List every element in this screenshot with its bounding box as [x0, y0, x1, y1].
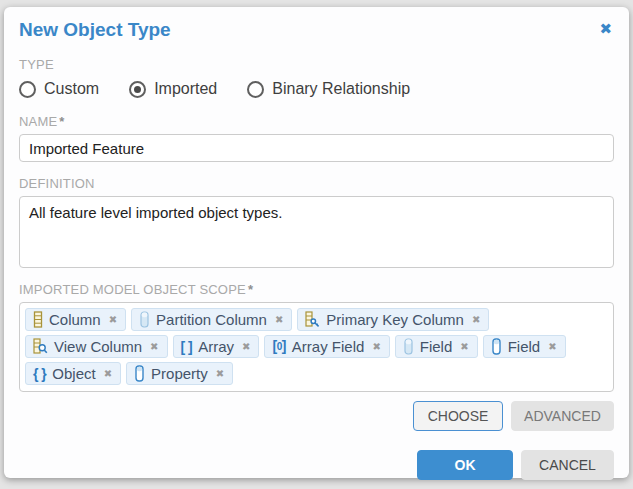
- tag-remove-icon[interactable]: ✖: [275, 314, 283, 325]
- scope-actions: CHOOSE ADVANCED: [19, 401, 614, 431]
- tag-remove-icon[interactable]: ✖: [460, 341, 468, 352]
- name-label: NAME*: [19, 114, 614, 130]
- required-marker: *: [248, 282, 253, 297]
- advanced-button[interactable]: ADVANCED: [511, 401, 614, 431]
- scope-label: IMPORTED MODEL OBJECT SCOPE*: [19, 282, 614, 298]
- type-radio-group: Custom Imported Binary Relationship: [19, 78, 614, 100]
- dialog-header: New Object Type ✖: [19, 19, 614, 43]
- scope-tag: [ ] Array ✖: [173, 335, 260, 358]
- dialog-title: New Object Type: [19, 19, 171, 41]
- radio-option-binary-relationship[interactable]: Binary Relationship: [247, 80, 410, 98]
- property-icon: [134, 365, 145, 382]
- scope-tag: [0] Array Field ✖: [264, 335, 389, 358]
- tag-remove-icon[interactable]: ✖: [109, 314, 117, 325]
- radio-button-icon[interactable]: [247, 81, 264, 98]
- tag-remove-icon[interactable]: ✖: [548, 341, 556, 352]
- tag-remove-icon[interactable]: ✖: [372, 341, 380, 352]
- tag-remove-icon[interactable]: ✖: [242, 341, 250, 352]
- scope-field[interactable]: Column ✖ Partition Column ✖ Primary Key …: [19, 302, 614, 392]
- required-marker: *: [59, 114, 64, 129]
- radio-button-icon[interactable]: [19, 81, 36, 98]
- definition-label: DEFINITION: [19, 176, 614, 192]
- scope-tag: Primary Key Column ✖: [297, 308, 489, 331]
- array-icon: [ ]: [181, 340, 193, 354]
- primary-key-column-icon: [305, 311, 320, 328]
- close-icon[interactable]: ✖: [597, 19, 614, 39]
- tag-remove-icon[interactable]: ✖: [472, 314, 480, 325]
- field-outline-icon: [491, 338, 502, 355]
- scope-tag: Field ✖: [483, 335, 566, 358]
- name-input[interactable]: [19, 134, 614, 162]
- definition-textarea[interactable]: All feature level imported object types.: [19, 196, 614, 268]
- view-column-icon: [33, 338, 48, 355]
- scope-tag-list: Column ✖ Partition Column ✖ Primary Key …: [25, 308, 608, 385]
- new-object-type-dialog: New Object Type ✖ TYPE Custom Imported B…: [4, 7, 629, 478]
- ok-button[interactable]: OK: [417, 450, 513, 480]
- scope-tag: Property ✖: [126, 362, 233, 385]
- scope-tag: Field ✖: [395, 335, 478, 358]
- radio-option-custom[interactable]: Custom: [19, 80, 99, 98]
- partition-column-icon: [139, 311, 150, 328]
- type-label: TYPE: [19, 57, 614, 73]
- choose-button[interactable]: CHOOSE: [413, 401, 503, 431]
- tag-remove-icon[interactable]: ✖: [104, 368, 112, 379]
- array-field-icon: [0]: [272, 339, 285, 354]
- tag-remove-icon[interactable]: ✖: [150, 341, 158, 352]
- dialog-footer: OK CANCEL: [19, 450, 614, 480]
- scope-tag: { } Object ✖: [25, 362, 121, 385]
- scope-tag: Partition Column ✖: [131, 308, 292, 331]
- scope-tag: View Column ✖: [25, 335, 168, 358]
- scope-tag: Column ✖: [25, 308, 126, 331]
- object-icon: { }: [33, 367, 46, 381]
- field-light-icon: [403, 338, 414, 355]
- cancel-button[interactable]: CANCEL: [521, 450, 614, 480]
- radio-option-imported[interactable]: Imported: [129, 80, 217, 98]
- radio-button-icon[interactable]: [129, 81, 146, 98]
- column-icon: [33, 311, 43, 328]
- tag-remove-icon[interactable]: ✖: [216, 368, 224, 379]
